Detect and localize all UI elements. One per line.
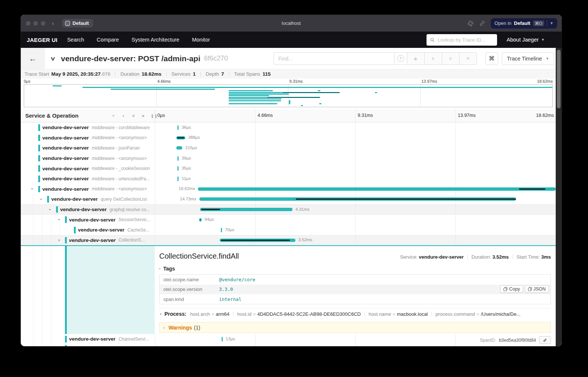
- nav-item-compare[interactable]: Compare: [97, 37, 119, 43]
- back-button[interactable]: ←: [21, 48, 45, 69]
- span-timeline-cell[interactable]: 3.52ms: [155, 235, 556, 246]
- browser-tab[interactable]: Default: [62, 19, 93, 27]
- minimap-span-bar: [229, 95, 270, 96]
- span-row[interactable]: vendure-dev-servermiddleware - jsonParse…: [21, 143, 556, 153]
- span-bar[interactable]: [177, 177, 179, 181]
- nav-item-system-architecture[interactable]: System Architecture: [131, 37, 179, 43]
- collapse-children-icon[interactable]: ›: [38, 197, 44, 201]
- span-bar[interactable]: [221, 228, 222, 232]
- close-window-button[interactable]: [26, 21, 30, 26]
- keyboard-shortcuts-button[interactable]: ⌘: [486, 52, 498, 65]
- span-row[interactable]: vendure-dev-servermiddleware - <anonymou…: [21, 133, 556, 143]
- span-row[interactable]: ›vendure-dev-servergraphql.resolve co...…: [21, 204, 556, 215]
- process-accordion[interactable]: › Process: host.arch=arm64host.id=4D4DDA…: [159, 308, 551, 319]
- zoom-window-button[interactable]: [41, 21, 45, 26]
- about-jaeger-menu[interactable]: About Jaeger ▼: [507, 37, 545, 43]
- span-bar[interactable]: [177, 125, 179, 130]
- nav-item-monitor[interactable]: Monitor: [192, 37, 210, 43]
- tree-guide-line: [60, 225, 60, 235]
- copy-button[interactable]: Copy: [500, 285, 523, 293]
- span-timeline-cell[interactable]: 215μs: [155, 143, 556, 153]
- span-name-cell[interactable]: vendure-dev-servermiddleware - urlencode…: [21, 174, 155, 184]
- span-name-cell[interactable]: ›vendure-dev-servergraphql.resolve co...: [21, 204, 155, 215]
- span-row[interactable]: ›vendure-dev-servermiddleware - <anonymo…: [21, 184, 556, 194]
- span-name-cell[interactable]: vendure-dev-servermiddleware - <anonymou…: [21, 133, 155, 143]
- span-name-cell[interactable]: ›vendure-dev-serverquery GetCollectionLi…: [21, 194, 155, 204]
- span-bar[interactable]: [222, 337, 223, 341]
- span-name-cell[interactable]: vendure-dev-servermiddleware - corsMiddl…: [21, 122, 155, 133]
- extensions-puzzle-icon[interactable]: [467, 20, 474, 27]
- span-bar[interactable]: [177, 156, 179, 161]
- expand-all-icon[interactable]: »: [142, 113, 144, 119]
- span-timeline-cell[interactable]: 35μs: [155, 163, 556, 174]
- span-row[interactable]: vendure-dev-servermiddleware - <anonymou…: [21, 153, 556, 164]
- tree-guide-line: [42, 204, 42, 215]
- span-timeline-cell[interactable]: 16.62ms: [155, 184, 556, 194]
- expand-children-icon[interactable]: ›: [57, 237, 61, 243]
- span-timeline-cell[interactable]: 13μs: [155, 334, 556, 344]
- span-name-cell[interactable]: ›vendure-dev-servermiddleware - <anonymo…: [21, 184, 155, 194]
- trace-minimap[interactable]: [24, 84, 553, 107]
- span-row[interactable]: vendure-dev-serverChannelServi...13μs: [21, 334, 556, 344]
- span-timeline-cell[interactable]: 11μs: [155, 174, 556, 184]
- find-help-button[interactable]: ?: [394, 52, 407, 65]
- span-timeline-cell[interactable]: 39μs: [155, 153, 556, 164]
- span-bar[interactable]: [176, 146, 182, 150]
- tag-row[interactable]: otel.scope.version3.3.0: [160, 285, 551, 294]
- trace-id-search[interactable]: [427, 34, 497, 46]
- span-timeline-cell[interactable]: 94μs: [155, 214, 556, 225]
- trace-id-search-input[interactable]: [437, 37, 493, 43]
- span-bar[interactable]: [198, 187, 556, 191]
- nav-item-search[interactable]: Search: [67, 37, 84, 43]
- json-button[interactable]: JSON: [525, 285, 549, 293]
- span-row[interactable]: vendure-dev-servermiddleware - urlencode…: [21, 174, 556, 184]
- span-name-cell[interactable]: vendure-dev-servermiddleware - _cookieSe…: [21, 163, 155, 174]
- next-match-button[interactable]: ∨: [442, 52, 460, 65]
- collapse-all-icon[interactable]: »: [131, 114, 137, 117]
- previous-match-button[interactable]: ∧: [424, 52, 442, 65]
- minimize-window-button[interactable]: [33, 21, 38, 26]
- tag-value: @vendure/core: [219, 277, 255, 282]
- scrollbar-thumb[interactable]: [557, 50, 561, 108]
- span-name-cell[interactable]: vendure-dev-serverCacheSe...: [21, 225, 155, 235]
- jaeger-logo[interactable]: JAEGER UI: [27, 37, 58, 43]
- span-name-cell[interactable]: vendure-dev-servermiddleware - jsonParse…: [21, 143, 155, 153]
- open-in-default-button[interactable]: Open in Default ⌘O ▼: [491, 18, 557, 29]
- minimap-span-bar: [375, 92, 377, 93]
- tags-accordion[interactable]: › Tags: [159, 266, 551, 272]
- clear-find-button[interactable]: ✕: [459, 52, 477, 65]
- collapse-one-icon[interactable]: ›: [111, 115, 117, 117]
- span-row[interactable]: vendure-dev-servermiddleware - _cookieSe…: [21, 163, 556, 174]
- span-name-cell[interactable]: ›vendure-dev-serverCollectionS...: [21, 235, 155, 246]
- warnings-accordion[interactable]: › Warnings (1): [159, 322, 551, 333]
- span-name-cell[interactable]: vendure-dev-servermiddleware - <anonymou…: [21, 153, 155, 164]
- collapse-children-icon[interactable]: ›: [47, 207, 53, 212]
- browser-back-icon[interactable]: ‹: [52, 20, 54, 26]
- copy-link-icon[interactable]: [479, 20, 486, 27]
- span-row[interactable]: vendure-dev-serverCacheSe...70μs: [21, 225, 556, 235]
- collapse-children-icon[interactable]: ›: [56, 217, 62, 222]
- span-timeline-cell[interactable]: 4.31ms: [155, 204, 556, 215]
- find-input[interactable]: [274, 52, 395, 65]
- span-row[interactable]: ›vendure-dev-serverquery GetCollectionLi…: [21, 194, 556, 204]
- span-row[interactable]: ›vendure-dev-serverSessionServic...94μs: [21, 214, 556, 225]
- span-timeline-cell[interactable]: 14.73ms: [155, 194, 556, 204]
- tag-row[interactable]: span.kindinternal: [160, 294, 551, 304]
- span-timeline-cell[interactable]: 388μs: [155, 133, 556, 143]
- span-row[interactable]: vendure-dev-servermiddleware - corsMiddl…: [21, 122, 556, 133]
- chevron-down-icon[interactable]: ▼: [550, 21, 553, 25]
- expand-one-icon[interactable]: ›: [122, 113, 124, 119]
- vertical-scrollbar[interactable]: [556, 48, 562, 346]
- span-name-cell[interactable]: ›vendure-dev-serverSessionServic...: [21, 214, 155, 225]
- span-timeline-cell[interactable]: 36μs: [155, 122, 556, 133]
- span-row[interactable]: ›vendure-dev-serverCollectionS...3.52ms: [21, 235, 556, 246]
- span-timeline-cell[interactable]: 70μs: [155, 225, 556, 235]
- span-bar[interactable]: [177, 166, 179, 171]
- focus-match-button[interactable]: ◈: [407, 52, 425, 65]
- tree-guide-line: [33, 334, 33, 344]
- span-name-cell[interactable]: vendure-dev-serverChannelServi...: [21, 334, 155, 344]
- collapse-children-icon[interactable]: ›: [29, 187, 35, 191]
- tag-row[interactable]: otel.scope.name@vendure/core: [160, 275, 551, 284]
- trace-view-selector[interactable]: Trace Timeline ▼: [502, 52, 554, 65]
- collapse-trace-chevron-icon[interactable]: ∨: [50, 55, 56, 62]
